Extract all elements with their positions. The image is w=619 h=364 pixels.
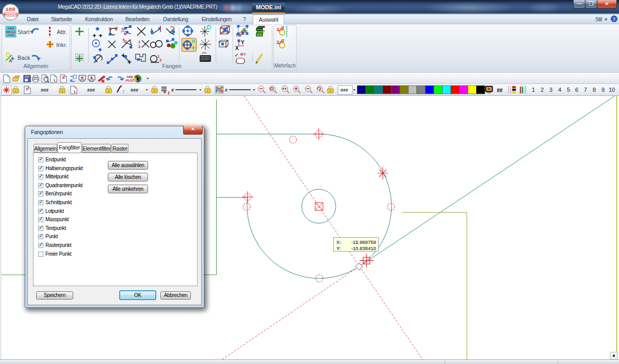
svg-text:CAD: CAD [8,34,15,37]
svg-text:X: X [235,45,239,51]
svg-text:Start: Start [18,29,29,35]
svg-text::: : [123,89,124,94]
svg-text:4: 4 [558,87,561,93]
svg-text:6: 6 [575,87,578,93]
svg-text:R?: R? [240,52,246,57]
svg-text:ΔBB: ΔBB [6,7,16,12]
svg-text:Inkr.: Inkr. [56,42,67,48]
svg-text:2: 2 [159,58,162,62]
svg-text:###: ### [87,88,95,93]
svg-text:#: # [225,88,227,93]
svg-text:Txt: Txt [236,34,241,37]
svg-text:L: L [74,89,76,94]
svg-text:MEGA: MEGA [6,30,16,34]
svg-text:Attr.: Attr. [57,29,67,35]
svg-text:S: S [26,87,29,91]
svg-text:1: 1 [532,87,535,93]
svg-text:Y: Y [241,40,245,45]
svg-text:7: 7 [584,87,587,93]
svg-text:ABB: ABB [8,27,15,30]
svg-text:PRT: PRT [25,76,29,78]
svg-text:ABB: ABB [126,75,134,78]
svg-text:3: 3 [549,87,552,93]
svg-text:###: ### [41,88,48,93]
svg-text:2: 2 [138,44,141,49]
svg-text:PLOT: PLOT [126,79,134,82]
svg-text:N: N [122,27,124,31]
svg-text:#: # [171,88,174,93]
svg-text:5: 5 [567,87,570,93]
svg-text:Back: Back [18,55,30,61]
svg-text:###: ### [340,88,348,93]
svg-text:9: 9 [601,87,605,93]
svg-text:S: S [62,75,65,80]
svg-text:1: 1 [138,40,141,44]
svg-text:2: 2 [541,87,544,93]
svg-text:###: ### [131,88,138,93]
svg-text:8: 8 [593,87,596,93]
svg-text:##: ## [497,88,503,93]
svg-text:L: L [54,78,56,82]
svg-text:?: ? [613,16,615,22]
svg-text:MEGACAD: MEGACAD [3,13,19,16]
svg-text:10: 10 [609,87,615,93]
svg-text:A: A [9,58,12,63]
